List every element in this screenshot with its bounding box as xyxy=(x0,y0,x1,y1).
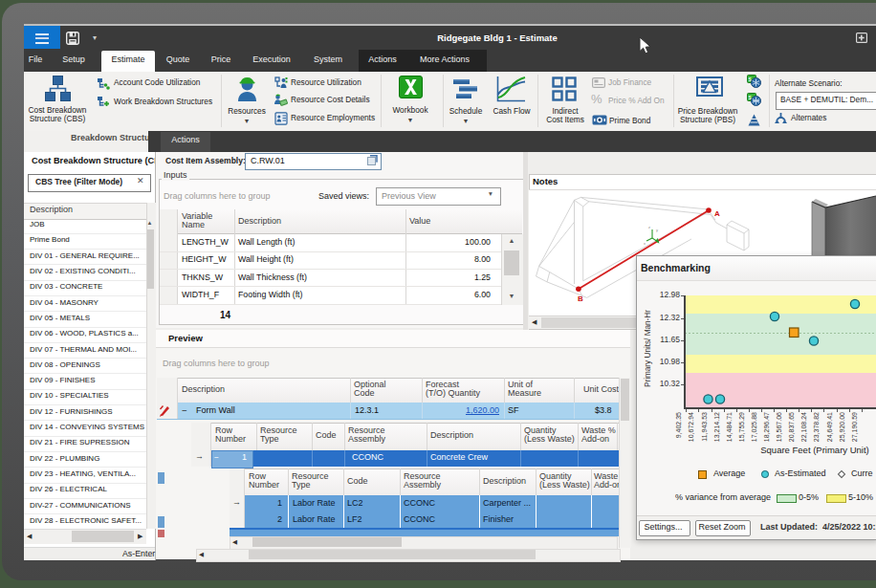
svg-text:B: B xyxy=(578,294,583,303)
svg-text:y: y xyxy=(656,228,658,232)
svg-text:x: x xyxy=(644,241,646,246)
svg-text:A: A xyxy=(714,209,720,218)
svg-text:z: z xyxy=(648,225,650,229)
